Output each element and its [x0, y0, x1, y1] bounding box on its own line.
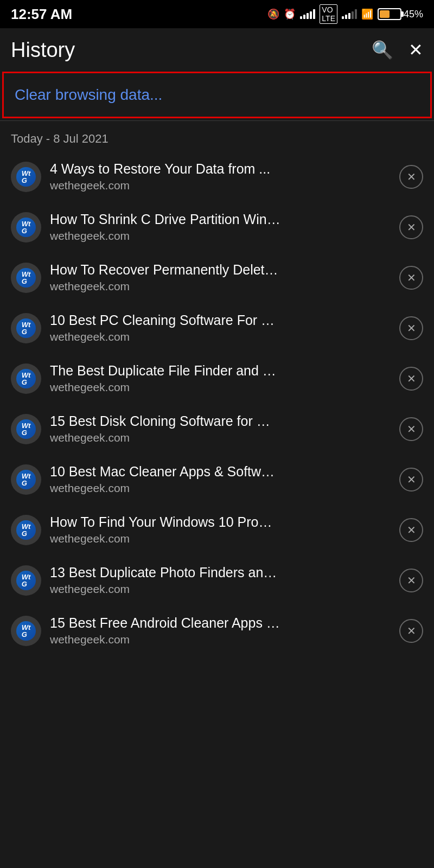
signal-bars-2	[342, 9, 357, 19]
history-title: 15 Best Disk Cloning Software for …	[50, 413, 391, 429]
remove-button[interactable]: ✕	[399, 619, 423, 643]
list-item[interactable]: WtG 10 Best Mac Cleaner Apps & Softw… we…	[0, 454, 434, 505]
history-url: wethegeek.com	[50, 179, 391, 192]
history-url: wethegeek.com	[50, 431, 391, 444]
signal-bars-1	[300, 9, 315, 19]
battery-percent: 45%	[404, 9, 423, 20]
date-section-label: Today - 8 Jul 2021	[0, 123, 434, 151]
history-content: How To Find Your Windows 10 Pro… wethege…	[50, 514, 391, 545]
list-item[interactable]: WtG 4 Ways to Restore Your Data from ...…	[0, 151, 434, 202]
remove-button[interactable]: ✕	[399, 569, 423, 592]
history-title: 13 Best Duplicate Photo Finders an…	[50, 565, 391, 580]
wifi-icon: 📶	[361, 8, 373, 20]
header: History 🔍 ✕	[0, 28, 434, 72]
remove-button[interactable]: ✕	[399, 417, 423, 441]
history-content: 4 Ways to Restore Your Data from ... wet…	[50, 161, 391, 192]
history-url: wethegeek.com	[50, 330, 391, 343]
list-item[interactable]: WtG 10 Best PC Cleaning Software For … w…	[0, 303, 434, 353]
site-favicon: WtG	[11, 363, 41, 394]
history-title: 4 Ways to Restore Your Data from ...	[50, 161, 391, 177]
history-list: WtG 4 Ways to Restore Your Data from ...…	[0, 151, 434, 656]
status-bar: 12:57 AM 🔕 ⏰ VOLTE 📶	[0, 0, 434, 28]
alarm-icon: ⏰	[284, 8, 296, 20]
history-content: 13 Best Duplicate Photo Finders an… weth…	[50, 565, 391, 596]
notification-icon: 🔕	[267, 8, 279, 20]
list-item[interactable]: WtG How To Find Your Windows 10 Pro… wet…	[0, 505, 434, 555]
history-url: wethegeek.com	[50, 381, 391, 394]
status-icons: 🔕 ⏰ VOLTE 📶 45%	[267, 4, 423, 24]
header-actions: 🔍 ✕	[372, 40, 423, 60]
history-title: 10 Best PC Cleaning Software For …	[50, 312, 391, 328]
volte-badge: VOLTE	[320, 4, 337, 24]
history-title: 10 Best Mac Cleaner Apps & Softw…	[50, 464, 391, 480]
history-content: How To Shrink C Drive Partition Win… wet…	[50, 212, 391, 242]
history-content: The Best Duplicate File Finder and … wet…	[50, 363, 391, 394]
site-favicon: WtG	[11, 162, 41, 192]
history-url: wethegeek.com	[50, 583, 391, 596]
site-favicon: WtG	[11, 313, 41, 343]
search-icon[interactable]: 🔍	[372, 40, 393, 60]
list-item[interactable]: WtG 15 Best Disk Cloning Software for … …	[0, 404, 434, 454]
clear-browsing-section[interactable]: Clear browsing data...	[2, 72, 432, 118]
site-favicon: WtG	[11, 565, 41, 596]
history-url: wethegeek.com	[50, 482, 391, 495]
remove-button[interactable]: ✕	[399, 468, 423, 492]
clear-browsing-button[interactable]: Clear browsing data...	[15, 82, 419, 108]
list-item[interactable]: WtG The Best Duplicate File Finder and ……	[0, 353, 434, 404]
history-content: 10 Best PC Cleaning Software For … wethe…	[50, 312, 391, 343]
history-title: How To Find Your Windows 10 Pro…	[50, 514, 391, 530]
history-content: 15 Best Free Android Cleaner Apps … weth…	[50, 615, 391, 646]
history-title: 15 Best Free Android Cleaner Apps …	[50, 615, 391, 631]
remove-button[interactable]: ✕	[399, 518, 423, 542]
page-title: History	[11, 39, 75, 62]
divider	[0, 120, 434, 121]
remove-button[interactable]: ✕	[399, 165, 423, 189]
history-title: The Best Duplicate File Finder and …	[50, 363, 391, 379]
site-favicon: WtG	[11, 515, 41, 545]
history-content: 15 Best Disk Cloning Software for … weth…	[50, 413, 391, 444]
list-item[interactable]: WtG How To Shrink C Drive Partition Win……	[0, 202, 434, 252]
remove-button[interactable]: ✕	[399, 316, 423, 340]
remove-button[interactable]: ✕	[399, 215, 423, 239]
history-url: wethegeek.com	[50, 633, 391, 646]
site-favicon: WtG	[11, 263, 41, 293]
close-icon[interactable]: ✕	[409, 40, 423, 60]
history-url: wethegeek.com	[50, 280, 391, 293]
history-content: How To Recover Permanently Delet… wetheg…	[50, 262, 391, 293]
list-item[interactable]: WtG 15 Best Free Android Cleaner Apps … …	[0, 605, 434, 656]
remove-button[interactable]: ✕	[399, 367, 423, 391]
history-content: 10 Best Mac Cleaner Apps & Softw… wetheg…	[50, 464, 391, 495]
list-item[interactable]: WtG 13 Best Duplicate Photo Finders an… …	[0, 555, 434, 605]
history-url: wethegeek.com	[50, 229, 391, 242]
status-time: 12:57 AM	[11, 6, 72, 23]
list-item[interactable]: WtG How To Recover Permanently Delet… we…	[0, 252, 434, 303]
site-favicon: WtG	[11, 464, 41, 495]
history-title: How To Recover Permanently Delet…	[50, 262, 391, 278]
remove-button[interactable]: ✕	[399, 266, 423, 290]
battery-icon	[378, 8, 401, 20]
site-favicon: WtG	[11, 616, 41, 646]
history-url: wethegeek.com	[50, 532, 391, 545]
history-title: How To Shrink C Drive Partition Win…	[50, 212, 391, 227]
site-favicon: WtG	[11, 212, 41, 242]
battery-container: 45%	[378, 8, 423, 20]
site-favicon: WtG	[11, 414, 41, 444]
